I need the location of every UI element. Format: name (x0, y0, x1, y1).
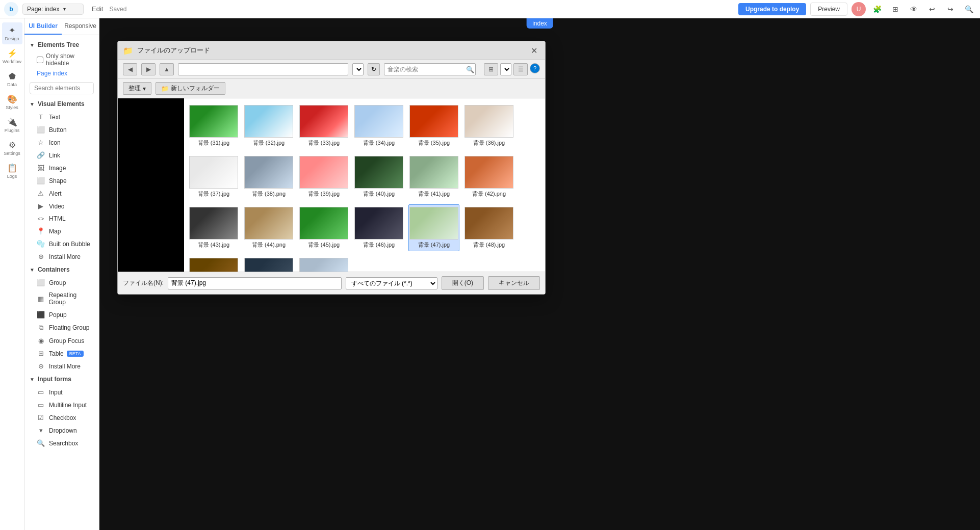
file-thumbnail (189, 156, 238, 189)
file-name: 背景 (40).jpg (363, 190, 395, 198)
path-dropdown[interactable] (352, 63, 364, 75)
file-thumbnail (354, 105, 403, 138)
new-folder-icon: 📁 (161, 85, 169, 92)
dialog-content: 背景 (31).jpg 背景 (32).jpg 背景 (33).jpg 背景 (… (118, 98, 545, 272)
file-name: 背景 (48).jpg (473, 241, 505, 249)
file-thumbnail (189, 207, 238, 240)
file-name: 背景 (35).jpg (418, 139, 450, 147)
dialog-toolbar: ◀ ▶ ▲ ↻ 🔍 ⊞ ☰ ? (118, 60, 545, 79)
file-thumbnail (244, 105, 293, 138)
file-thumbnail (354, 156, 403, 189)
dialog-new-folder-button[interactable]: 📁 新しいフォルダー (156, 82, 225, 95)
file-thumbnail (299, 258, 348, 272)
file-thumbnail (409, 105, 458, 138)
file-item[interactable]: 背景 (38).png (243, 153, 294, 200)
file-thumbnail (465, 105, 513, 138)
file-item[interactable]: 背景 (48).jpg (463, 204, 514, 251)
dialog-action-bar: 整理 ▾ 📁 新しいフォルダー (118, 79, 545, 98)
file-name: 背景 (37).jpg (198, 190, 229, 198)
file-item[interactable]: 背景 (36).jpg (463, 102, 514, 149)
file-thumbnail (189, 105, 238, 138)
file-item[interactable]: 背景 (34).jpg (353, 102, 404, 149)
dialog-forward-button[interactable]: ▶ (141, 63, 156, 75)
dialog-preview-area (118, 98, 184, 272)
dialog-title-icon: 📁 (123, 46, 133, 56)
file-item[interactable]: 背景 (45).jpg (298, 204, 349, 251)
dialog-bottom: ファイル名(N): すべてのファイル (*.*) 開く(O) キャンセル (118, 272, 545, 294)
file-thumbnail (465, 156, 513, 189)
file-item[interactable]: 背景 (51).jpg (298, 255, 349, 272)
dialog-list-view-button[interactable]: ☰ (513, 63, 528, 75)
file-name: 背景 (33).jpg (308, 139, 340, 147)
dialog-refresh-button[interactable]: ↻ (368, 63, 380, 75)
filename-input[interactable] (168, 277, 342, 289)
search-icon: 🔍 (466, 66, 474, 73)
file-item[interactable]: 背景 (42).png (463, 153, 514, 200)
file-name: 背景 (36).jpg (473, 139, 505, 147)
file-item[interactable]: 背景 (35).jpg (408, 102, 459, 149)
file-name: 背景 (38).png (252, 190, 286, 198)
dialog-cancel-button[interactable]: キャンセル (488, 276, 540, 290)
file-item[interactable]: 背景 (49).jpg (188, 255, 239, 272)
file-thumbnail (299, 156, 348, 189)
file-thumbnail (244, 258, 293, 272)
dialog-path-bar[interactable] (178, 63, 348, 75)
dialog-titlebar: 📁 ファイルのアップロード ✕ (118, 41, 545, 60)
dialog-up-button[interactable]: ▲ (160, 63, 174, 75)
file-name: 背景 (41).jpg (418, 190, 450, 198)
file-name: 背景 (45).jpg (308, 241, 340, 249)
file-item[interactable]: 背景 (31).jpg (188, 102, 239, 149)
file-item[interactable]: 背景 (37).jpg (188, 153, 239, 200)
file-item[interactable]: 背景 (46).jpg (353, 204, 404, 251)
file-name: 背景 (34).jpg (363, 139, 395, 147)
file-name: 背景 (32).jpg (253, 139, 285, 147)
file-upload-dialog: 📁 ファイルのアップロード ✕ ◀ ▶ ▲ ↻ 🔍 ⊞ ☰ ? (117, 41, 546, 295)
new-folder-label: 新しいフォルダー (171, 84, 220, 93)
file-item[interactable]: 背景 (39).jpg (298, 153, 349, 200)
dialog-help-button[interactable]: ? (530, 63, 540, 73)
file-thumbnail (299, 207, 348, 240)
file-item[interactable]: 背景 (44).png (243, 204, 294, 251)
file-name: 背景 (31).jpg (198, 139, 229, 147)
dialog-grid-view-button[interactable]: ⊞ (484, 63, 498, 75)
file-item[interactable]: 背景 (43).jpg (188, 204, 239, 251)
file-name: 背景 (39).jpg (308, 190, 340, 198)
file-thumbnail (299, 105, 348, 138)
file-thumbnail (465, 207, 513, 240)
dialog-organize-button[interactable]: 整理 ▾ (123, 82, 151, 95)
file-thumbnail (189, 258, 238, 272)
dialog-search-input[interactable] (388, 66, 464, 73)
file-thumbnail (354, 207, 403, 240)
dialog-open-button[interactable]: 開く(O) (442, 276, 484, 290)
file-item[interactable]: 背景 (41).jpg (408, 153, 459, 200)
dialog-file-area: 背景 (31).jpg 背景 (32).jpg 背景 (33).jpg 背景 (… (184, 98, 545, 272)
dialog-title: ファイルのアップロード (137, 46, 524, 55)
dialog-view-select[interactable] (500, 63, 511, 75)
dialog-action-buttons: 開く(O) キャンセル (442, 276, 540, 290)
file-thumbnail (244, 207, 293, 240)
dialog-view-buttons: ⊞ ☰ ? (484, 63, 540, 75)
file-name: 背景 (46).jpg (363, 241, 395, 249)
file-thumbnail (244, 156, 293, 189)
file-item[interactable]: 背景 (32).jpg (243, 102, 294, 149)
file-name: 背景 (44).png (252, 241, 286, 249)
filetype-select[interactable]: すべてのファイル (*.*) (346, 277, 437, 289)
organize-label: 整理 (128, 84, 141, 93)
organize-chevron-icon: ▾ (143, 85, 146, 92)
file-name: 背景 (43).jpg (198, 241, 229, 249)
file-name: 背景 (42).png (472, 190, 506, 198)
file-name: 背景 (47).jpg (418, 241, 450, 249)
file-item[interactable]: 背景 (40).jpg (353, 153, 404, 200)
dialog-back-button[interactable]: ◀ (123, 63, 137, 75)
file-thumbnail (409, 207, 458, 240)
file-item[interactable]: 背景 (47).jpg (408, 204, 459, 251)
dialog-close-button[interactable]: ✕ (528, 44, 540, 57)
file-thumbnail (409, 156, 458, 189)
file-item[interactable]: 背景 (33).jpg (298, 102, 349, 149)
dialog-overlay: 📁 ファイルのアップロード ✕ ◀ ▶ ▲ ↻ 🔍 ⊞ ☰ ? (0, 0, 980, 530)
filename-label: ファイル名(N): (123, 279, 164, 287)
dialog-search-box: 🔍 (384, 63, 476, 75)
file-item[interactable]: 背景 (50).jpg (243, 255, 294, 272)
